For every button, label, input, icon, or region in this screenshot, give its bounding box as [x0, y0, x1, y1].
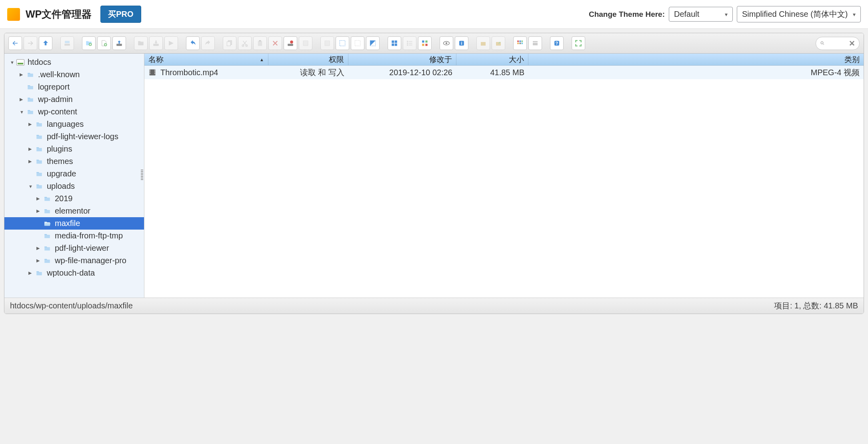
back-button[interactable] — [8, 36, 22, 50]
empty-button[interactable] — [284, 36, 297, 50]
tree-node-media-from-ftp-tmp[interactable]: ▶media-from-ftp-tmp — [4, 230, 144, 242]
search-input[interactable] — [825, 40, 849, 47]
duplicate-button[interactable] — [299, 36, 312, 50]
select-none-button[interactable] — [351, 36, 364, 50]
tree-node-label: htdocs — [28, 58, 51, 67]
folder-tree[interactable]: ▼htdocs▶.well-known▶logreport▶wp-admin▼w… — [4, 54, 144, 298]
tree-expand-icon[interactable]: ▶ — [36, 196, 41, 201]
column-modified[interactable]: 修改于 — [348, 54, 456, 65]
cut-button[interactable] — [238, 36, 252, 50]
tree-node-pdf-light-viewer[interactable]: ▶pdf-light-viewer — [4, 242, 144, 254]
archive-button[interactable] — [492, 36, 505, 50]
tree-expand-icon[interactable]: ▼ — [10, 60, 15, 65]
preview-button[interactable] — [440, 36, 453, 50]
tree-node-themes[interactable]: ▶themes — [4, 155, 144, 168]
icons-view-button[interactable] — [388, 36, 401, 50]
upload-button[interactable] — [112, 36, 126, 50]
edit-button[interactable] — [320, 36, 334, 50]
folder-icon — [35, 146, 44, 153]
language-select[interactable]: Simplified Chinese (简体中文) ▾ — [737, 6, 861, 22]
svg-rect-26 — [409, 43, 412, 44]
tree-expand-icon[interactable]: ▼ — [20, 110, 24, 114]
svg-rect-43 — [520, 43, 521, 44]
tree-expand-icon[interactable]: ▶ — [36, 208, 41, 214]
folder-icon — [26, 96, 35, 103]
tree-resize-grip-icon[interactable] — [141, 170, 143, 181]
tree-node--well-known[interactable]: ▶.well-known — [4, 68, 144, 81]
clear-search-icon[interactable]: ✕ — [849, 39, 855, 48]
tree-node-wp-content[interactable]: ▼wp-content — [4, 106, 144, 118]
sort-button[interactable] — [418, 36, 432, 50]
theme-select[interactable]: Default ▾ — [669, 7, 733, 22]
tree-node-wptouch-data[interactable]: ▶wptouch-data — [4, 267, 144, 279]
app-logo-icon — [7, 8, 20, 21]
tree-expand-icon[interactable]: ▼ — [28, 184, 33, 189]
tree-expand-icon[interactable]: ▶ — [28, 146, 33, 152]
column-permissions[interactable]: 权限 — [268, 54, 348, 65]
getfile-button[interactable] — [164, 36, 178, 50]
tree-node-label: wp-content — [38, 107, 77, 116]
tree-node-upgrade[interactable]: ▶upgrade — [4, 168, 144, 180]
open-button[interactable] — [134, 36, 148, 50]
tree-node-plugins[interactable]: ▶plugins — [4, 143, 144, 155]
paste-button[interactable] — [253, 36, 267, 50]
svg-rect-32 — [426, 44, 428, 46]
invert-selection-button[interactable] — [366, 36, 380, 50]
tree-expand-icon[interactable]: ▶ — [36, 258, 41, 263]
tree-node-languages[interactable]: ▶languages — [4, 118, 144, 130]
tree-node-wp-file-manager-pro[interactable]: ▶wp-file-manager-pro — [4, 254, 144, 267]
file-row[interactable]: Thrombotic.mp4读取 和 写入2019-12-10 02:2641.… — [144, 66, 864, 79]
places-button[interactable] — [528, 36, 542, 50]
chevron-down-icon: ▾ — [725, 11, 728, 18]
svg-rect-10 — [258, 41, 262, 46]
download-button[interactable] — [149, 36, 163, 50]
help-button[interactable]: ? — [550, 36, 564, 50]
svg-rect-40 — [520, 40, 521, 42]
tree-node-elementor[interactable]: ▶elementor — [4, 205, 144, 217]
tree-node-label: upgrade — [47, 169, 76, 178]
folder-icon — [43, 232, 52, 240]
new-file-button[interactable] — [97, 36, 111, 50]
tree-node-htdocs[interactable]: ▼htdocs — [4, 56, 144, 68]
select-all-button[interactable] — [336, 36, 349, 50]
tree-expand-icon[interactable]: ▶ — [28, 122, 33, 127]
settings-button[interactable] — [513, 36, 527, 50]
fullscreen-button[interactable] — [572, 36, 585, 50]
column-kind[interactable]: 类别 — [528, 54, 864, 65]
tree-expand-icon[interactable]: ▶ — [20, 72, 24, 77]
tree-expand-icon[interactable]: ▶ — [28, 270, 33, 276]
info-button[interactable]: i — [455, 36, 468, 50]
column-size[interactable]: 大小 — [456, 54, 528, 65]
forward-button[interactable] — [24, 36, 37, 50]
toolbar-search[interactable]: ✕ — [816, 37, 860, 50]
undo-button[interactable] — [186, 36, 200, 50]
tree-node-wp-admin[interactable]: ▶wp-admin — [4, 93, 144, 106]
list-body[interactable]: Thrombotic.mp4读取 和 写入2019-12-10 02:2641.… — [144, 66, 864, 298]
tree-node-pdf-light-viewer-logs[interactable]: ▶pdf-light-viewer-logs — [4, 130, 144, 143]
tree-node-uploads[interactable]: ▼uploads — [4, 180, 144, 192]
network-mount-button[interactable] — [60, 36, 74, 50]
chevron-down-icon: ▾ — [853, 11, 856, 18]
column-name[interactable]: 名称▲ — [144, 54, 268, 65]
folder-icon — [43, 195, 52, 202]
tree-node-logreport[interactable]: ▶logreport — [4, 81, 144, 93]
redo-button[interactable] — [201, 36, 215, 50]
tree-expand-icon[interactable]: ▶ — [28, 159, 33, 164]
tree-expand-icon[interactable]: ▶ — [36, 246, 41, 251]
new-folder-button[interactable] — [82, 36, 96, 50]
status-summary: 项目: 1, 总数: 41.85 MB — [774, 300, 858, 311]
tree-expand-icon[interactable]: ▶ — [20, 97, 24, 102]
extract-button[interactable] — [476, 36, 490, 50]
up-button[interactable] — [39, 36, 52, 50]
buy-pro-button[interactable]: 买PRO — [100, 6, 141, 23]
svg-rect-39 — [517, 40, 519, 42]
tree-node-label: elementor — [55, 206, 90, 216]
tree-node-maxfile[interactable]: ▶maxfile — [4, 217, 144, 230]
tree-node-2019[interactable]: ▶2019 — [4, 192, 144, 205]
tree-node-label: pdf-light-viewer — [55, 244, 109, 253]
list-view-button[interactable] — [403, 36, 416, 50]
fm-body: ▼htdocs▶.well-known▶logreport▶wp-admin▼w… — [4, 54, 864, 298]
delete-button[interactable] — [268, 36, 282, 50]
copy-button[interactable] — [223, 36, 236, 50]
svg-rect-52 — [154, 70, 155, 71]
